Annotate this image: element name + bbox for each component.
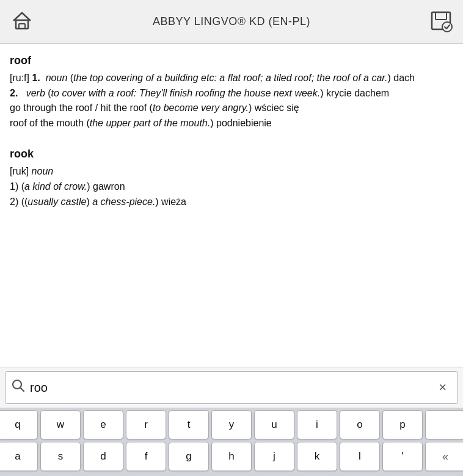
svg-point-4 <box>442 22 452 32</box>
key-y[interactable]: y <box>211 410 252 439</box>
app-header: ABBYY LINGVO® KD (EN-PL) <box>0 0 463 44</box>
entry-rook: rook [ruk] noun 1) (a kind of crow.) gaw… <box>10 146 453 209</box>
backspace-key[interactable]: « <box>425 442 463 471</box>
search-icon <box>12 379 25 396</box>
key-q[interactable]: q <box>0 410 38 439</box>
search-bar: × <box>5 371 458 404</box>
entry-body-rook: [ruk] noun 1) (a kind of crow.) gawron 2… <box>10 164 453 209</box>
key-s[interactable]: s <box>40 442 81 471</box>
entry-word-rook: rook <box>10 146 453 163</box>
dictionary-content: roof [ru:f] 1. noun (the top covering of… <box>0 44 463 367</box>
key-d[interactable]: d <box>83 442 123 471</box>
key-j[interactable]: j <box>254 442 294 471</box>
key-empty <box>425 410 463 439</box>
header-title: ABBYY LINGVO® KD (EN-PL) <box>153 15 310 28</box>
entry-roof: roof [ru:f] 1. noun (the top covering of… <box>10 52 453 131</box>
key-e[interactable]: e <box>83 410 123 439</box>
entry-word-roof: roof <box>10 52 453 70</box>
key-o[interactable]: o <box>340 410 380 439</box>
search-input[interactable] <box>30 381 434 395</box>
key-t[interactable]: t <box>169 410 209 439</box>
key-k[interactable]: k <box>297 442 337 471</box>
key-p[interactable]: p <box>382 410 423 439</box>
entry-body-roof: [ru:f] 1. noun (the top covering of a bu… <box>10 71 453 131</box>
svg-line-6 <box>21 388 24 392</box>
key-u[interactable]: u <box>254 410 294 439</box>
key-g[interactable]: g <box>169 442 209 471</box>
key-apostrophe[interactable]: ' <box>382 442 423 471</box>
key-w[interactable]: w <box>40 410 81 439</box>
keyboard-row-1: q w e r t y u i o p <box>1 410 462 439</box>
key-r[interactable]: r <box>126 410 166 439</box>
key-f[interactable]: f <box>126 442 166 471</box>
key-l[interactable]: l <box>340 442 380 471</box>
clear-button[interactable]: × <box>434 377 451 398</box>
key-h[interactable]: h <box>211 442 252 471</box>
key-i[interactable]: i <box>297 410 337 439</box>
keyboard-row-2: a s d f g h j k l ' « <box>1 442 462 471</box>
key-a[interactable]: a <box>0 442 38 471</box>
save-icon[interactable] <box>429 9 453 35</box>
svg-rect-3 <box>436 12 447 20</box>
keyboard: q w e r t y u i o p a s d f g h j k l ' … <box>0 408 463 476</box>
home-icon[interactable] <box>10 9 34 35</box>
